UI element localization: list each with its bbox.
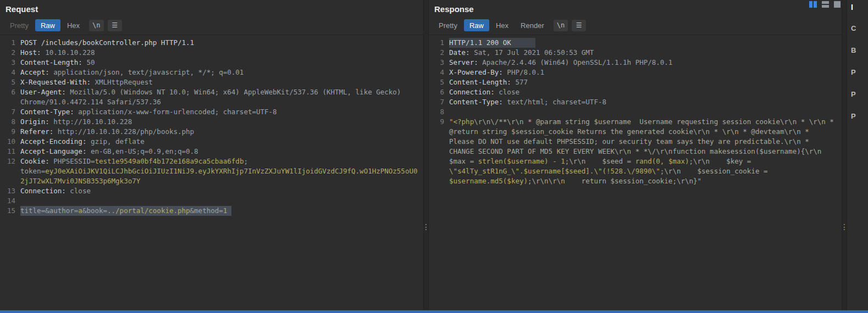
code-segment[interactable]: User-Agent: <box>20 88 70 96</box>
code-line-1[interactable]: 1HTTP/1.1 200 OK <box>429 38 842 48</box>
code-segment[interactable]: $username.md5($key) <box>449 177 528 185</box>
code-text[interactable]: POST /includes/bookController.php HTTP/1… <box>20 38 423 48</box>
layout-columns-icon[interactable] <box>809 1 817 8</box>
code-line-11[interactable]: 11Accept-Language: en-GB,en-US;q=0.9,en;… <box>0 147 423 156</box>
code-segment[interactable]: en-GB,en-US;q=0.9,en;q=0.8 <box>91 147 198 155</box>
code-segment[interactable]: title=&author= <box>20 206 78 215</box>
request-newline-toggle[interactable]: \n <box>89 20 103 31</box>
code-text[interactable]: "<?php\r\n\/**\r\n * @param string $user… <box>449 117 842 186</box>
code-text[interactable]: Connection: close <box>20 186 423 196</box>
code-text[interactable]: Content-Length: 50 <box>20 58 423 68</box>
code-segment[interactable]: X-Requested-With: <box>20 78 95 86</box>
code-segment[interactable]: Accept-Language: <box>20 147 91 155</box>
divider-grip-icon[interactable]: ⋮ <box>841 222 848 231</box>
divider-grip-icon[interactable]: ⋮ <box>422 222 430 231</box>
code-text[interactable] <box>449 107 842 117</box>
code-text[interactable]: Server: Apache/2.4.46 (Win64) OpenSSL/1.… <box>449 58 842 68</box>
code-line-3[interactable]: 3Content-Length: 50 <box>0 58 423 68</box>
code-segment[interactable]: &book= <box>82 206 107 215</box>
code-line-5[interactable]: 5Content-Length: 577 <box>429 77 842 87</box>
layout-rows-icon[interactable] <box>822 1 829 8</box>
code-line-13[interactable]: 13Connection: close <box>0 186 423 196</box>
tab-render[interactable]: Render <box>515 19 550 31</box>
code-text[interactable]: Origin: http://10.10.10.228 <box>20 117 423 127</box>
code-segment[interactable]: http://10.10.10.228 <box>53 118 132 126</box>
code-segment[interactable]: ../portal/cookie.php <box>107 206 190 215</box>
code-segment[interactable]: a <box>78 206 82 215</box>
tab-pretty[interactable]: Pretty <box>4 19 34 31</box>
code-line-3[interactable]: 3Server: Apache/2.4.46 (Win64) OpenSSL/1… <box>429 58 842 68</box>
code-segment[interactable]: gzip, deflate <box>91 137 145 146</box>
code-segment[interactable]: Referer: <box>20 127 58 136</box>
code-text[interactable]: Content-Length: 577 <box>449 77 842 87</box>
code-segment[interactable]: PHP/8.0.1 <box>507 68 544 76</box>
request-menu-button[interactable]: ☰ <box>108 20 122 31</box>
code-text[interactable]: Content-Type: text/html; charset=UTF-8 <box>449 97 842 107</box>
request-editor[interactable]: 1POST /includes/bookController.php HTTP/… <box>0 35 423 310</box>
inspector-section-label[interactable]: C <box>851 24 868 32</box>
code-segment[interactable]: Mozilla/5.0 (Windows NT 10.0; Win64; x64… <box>20 88 405 106</box>
code-segment[interactable]: http://10.10.10.228/php/books.php <box>58 127 194 136</box>
layout-single-icon[interactable] <box>834 1 841 8</box>
code-segment[interactable]: Connection: <box>449 88 499 96</box>
code-segment[interactable]: Server: <box>449 58 482 66</box>
code-text[interactable]: HTTP/1.1 200 OK <box>449 38 535 48</box>
code-text[interactable]: Accept: application/json, text/javascrip… <box>20 68 423 77</box>
code-segment[interactable]: Content-Length: <box>20 58 86 66</box>
code-segment[interactable]: 10.10.10.228 <box>45 48 95 57</box>
code-segment[interactable]: X-Powered-By: <box>449 68 507 76</box>
tab-raw[interactable]: Raw <box>35 19 60 31</box>
code-segment[interactable]: Apache/2.4.46 (Win64) OpenSSL/1.1.1h PHP… <box>482 58 672 66</box>
inspector-divider[interactable]: ⋮ <box>842 0 847 310</box>
code-segment[interactable]: PHPSESSID= <box>53 157 95 165</box>
pane-divider[interactable]: ⋮ <box>423 0 429 310</box>
code-text[interactable]: Accept-Language: en-GB,en-US;q=0.9,en;q=… <box>20 147 423 156</box>
code-segment[interactable]: Origin: <box>20 118 53 126</box>
code-line-4[interactable]: 4Accept: application/json, text/javascri… <box>0 68 423 77</box>
code-segment[interactable]: rand(0, $max) <box>635 157 689 165</box>
code-segment[interactable]: Accept: <box>20 68 53 76</box>
code-segment[interactable]: HTTP/1.1 200 OK <box>449 38 511 47</box>
code-segment[interactable]: application/x-www-form-urlencoded; chars… <box>78 108 277 116</box>
code-segment[interactable]: close <box>499 88 519 96</box>
code-text[interactable]: Content-Type: application/x-www-form-url… <box>20 107 423 117</box>
tab-hex[interactable]: Hex <box>62 19 85 31</box>
code-segment[interactable]: Date: <box>449 48 474 57</box>
response-editor[interactable]: 1HTTP/1.1 200 OK2Date: Sat, 17 Jul 2021 … <box>429 35 842 310</box>
code-segment[interactable]: test1e9549a0bf4b172e168a9ca5cbaa6fdb <box>95 157 244 165</box>
code-segment[interactable]: Content-Length: <box>449 78 515 86</box>
inspector-section-label[interactable]: P <box>851 112 868 120</box>
response-menu-button[interactable]: ☰ <box>572 20 586 31</box>
code-segment[interactable]: Connection: <box>20 187 70 195</box>
code-segment[interactable]: ;\r\n $key = <box>689 157 755 165</box>
code-segment[interactable]: Cookie: <box>20 157 53 165</box>
inspector-section-label[interactable]: B <box>851 46 868 54</box>
code-segment[interactable]: XMLHttpRequest <box>95 78 152 86</box>
tab-hex[interactable]: Hex <box>490 19 514 31</box>
code-line-6[interactable]: 6Connection: close <box>429 87 842 97</box>
code-segment[interactable]: text/html; charset=UTF-8 <box>507 98 606 106</box>
code-segment[interactable]: Content-Type: <box>20 108 78 116</box>
code-segment[interactable]: Sat, 17 Jul 2021 06:50:53 GMT <box>474 48 594 57</box>
code-segment[interactable]: close <box>70 187 91 195</box>
code-line-5[interactable]: 5X-Requested-With: XMLHttpRequest <box>0 77 423 87</box>
code-segment[interactable]: Accept-Encoding: <box>20 137 91 146</box>
code-segment[interactable]: &method= <box>190 206 223 215</box>
code-line-8[interactable]: 8 <box>429 107 842 117</box>
code-line-9[interactable]: 9Referer: http://10.10.10.228/php/books.… <box>0 127 423 137</box>
code-line-8[interactable]: 8Origin: http://10.10.10.228 <box>0 117 423 127</box>
code-segment[interactable]: ;\r\n $session_cookie = <box>660 167 772 175</box>
code-line-6[interactable]: 6User-Agent: Mozilla/5.0 (Windows NT 10.… <box>0 87 423 107</box>
code-segment[interactable]: ;\r\n\r\n return $session_cookie;\r\n}" <box>528 177 701 185</box>
code-segment[interactable]: 50 <box>86 58 95 66</box>
code-segment[interactable]: strlen($username) - 1 <box>478 157 565 165</box>
code-text[interactable]: Cookie: PHPSESSID=test1e9549a0bf4b172e16… <box>20 156 423 186</box>
response-newline-toggle[interactable]: \n <box>554 20 568 31</box>
code-text[interactable]: Connection: close <box>449 87 842 97</box>
code-line-9[interactable]: 9"<?php\r\n\/**\r\n * @param string $use… <box>429 117 842 186</box>
code-segment[interactable]: application/json, text/javascript, */*; … <box>53 68 244 76</box>
code-line-12[interactable]: 12Cookie: PHPSESSID=test1e9549a0bf4b172e… <box>0 156 423 186</box>
code-segment[interactable]: Content-Type: <box>449 98 507 106</box>
code-segment[interactable]: "<?php <box>449 118 474 126</box>
code-line-4[interactable]: 4X-Powered-By: PHP/8.0.1 <box>429 68 842 77</box>
